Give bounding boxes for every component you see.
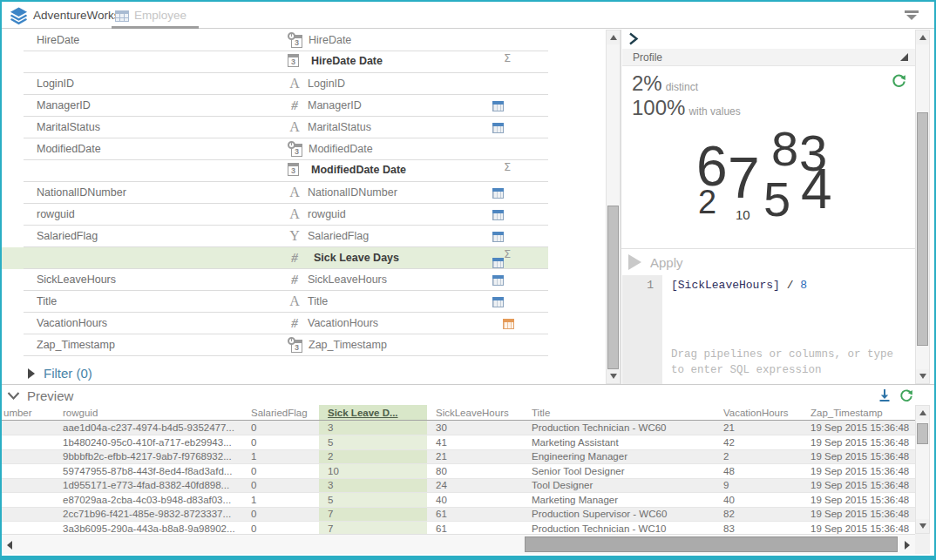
table-cell: 19 Sep 2015 15:36:48: [802, 478, 915, 493]
row-icons: [490, 226, 519, 247]
mapping-row[interactable]: ManagerID #ManagerID: [2, 95, 548, 117]
refresh-profile-icon[interactable]: [892, 73, 906, 91]
mapping-row[interactable]: LoginID ALoginID: [2, 73, 548, 95]
table-cell: Marketing Manager: [523, 493, 715, 508]
value-cloud-number: 10: [736, 208, 750, 221]
table-row[interactable]: 9bbbfb2c-efbb-4217-9ab7-f9768932...1221E…: [2, 449, 915, 464]
preview-column-header[interactable]: Zap_Timestamp: [802, 405, 915, 421]
table-row[interactable]: 3a3b6095-290a-443a-b8a8-9a98902...0761Pr…: [2, 522, 915, 535]
table-cell: 1b480240-95c0-410f-a717-eb29943...: [54, 435, 242, 450]
source-column-name: VacationHours: [37, 317, 107, 329]
table-row[interactable]: aae1d04a-c237-4974-b4d5-9352477...0330Pr…: [2, 421, 915, 435]
table-cell: 2cc71b96-f421-485e-9832-8723337...: [54, 507, 242, 522]
scroll-left-icon[interactable]: [3, 537, 17, 551]
profile-scrollbar[interactable]: [915, 30, 930, 384]
mapping-row[interactable]: SalariedFlag YSalariedFlag: [2, 226, 548, 247]
profile-header[interactable]: Profile: [622, 49, 915, 66]
profile-title: Profile: [633, 51, 662, 64]
table-cell: 5: [319, 493, 427, 508]
scroll-up-icon[interactable]: [916, 30, 929, 44]
table-row[interactable]: e87029aa-2cba-4c03-b948-d83af03...1540Ma…: [2, 493, 915, 508]
storage-table-icon: [492, 210, 504, 220]
scroll-up-icon[interactable]: [916, 406, 929, 420]
preview-column-header[interactable]: SickLeaveHours: [427, 405, 523, 421]
table-cell: 2: [715, 449, 802, 464]
table-cell: 21: [427, 449, 523, 464]
chevron-right-icon[interactable]: [628, 32, 639, 49]
row-icons: [490, 95, 519, 117]
scroll-up-icon[interactable]: [607, 30, 620, 44]
preview-column-header[interactable]: Sick Leave D...: [319, 405, 427, 421]
mapping-row[interactable]: NationalIDNumber ANationalIDNumber: [2, 182, 548, 204]
preview-column-header[interactable]: VacationHours: [715, 405, 802, 421]
table-cell: 80: [427, 464, 523, 479]
mapping-row[interactable]: Zap_Timestamp 3Zap_Timestamp: [2, 334, 548, 356]
mapping-scrollbar[interactable]: [606, 30, 621, 384]
row-icons: [490, 138, 519, 160]
table-cell: [2, 522, 54, 535]
scroll-right-icon[interactable]: [899, 537, 913, 551]
mapping-row[interactable]: MaritalStatus AMaritalStatus: [2, 117, 548, 138]
target-column-name: Sick Leave Days: [314, 252, 399, 264]
triangle-right-icon: [28, 368, 35, 379]
sigma-icon: Σ: [504, 247, 511, 260]
profile-panel: Profile 2%distinct 100%with values 67832…: [621, 30, 915, 384]
mapping-row[interactable]: Title ATitle: [2, 291, 548, 313]
scrollbar-thumb[interactable]: [917, 112, 928, 346]
preview-toggle[interactable]: Preview: [7, 388, 73, 403]
preview-table-body: aae1d04a-c237-4974-b4d5-9352477...0330Pr…: [2, 421, 915, 534]
corner-arrow-icon[interactable]: [900, 53, 908, 61]
mapping-row[interactable]: 3ModifiedDate Date Σ: [2, 160, 548, 182]
table-cell: 5: [319, 435, 427, 450]
app-logo-icon: [9, 6, 29, 30]
number-type-icon: #: [288, 98, 302, 113]
table-row[interactable]: 1b480240-95c0-410f-a717-eb29943...0541Ma…: [2, 435, 915, 450]
source-column-name: SickLeaveHours: [37, 273, 116, 286]
table-row[interactable]: 2cc71b96-f421-485e-9832-8723337...0761Pr…: [2, 507, 915, 522]
table-cell: Production Technician - WC60: [523, 421, 715, 435]
mapping-row[interactable]: rowguid Arowguid: [2, 204, 548, 226]
value-cloud-number: 7: [728, 149, 760, 206]
scrollbar-thumb[interactable]: [917, 423, 928, 444]
scroll-down-icon[interactable]: [916, 369, 929, 383]
mapping-row[interactable]: VacationHours #VacationHours: [2, 313, 548, 334]
table-row[interactable]: 1d955171-e773-4fad-8382-40fd898...0324To…: [2, 478, 915, 493]
scrollbar-thumb[interactable]: [607, 206, 619, 369]
download-icon[interactable]: [878, 388, 891, 406]
text-type-icon: A: [288, 206, 302, 222]
window-menu-icon[interactable]: [905, 10, 919, 21]
divider: [2, 384, 934, 385]
preview-horizontal-scrollbar[interactable]: [2, 534, 915, 554]
boolean-type-icon: Y: [288, 228, 302, 244]
tab-employee[interactable]: Employee: [112, 2, 199, 29]
scrollbar-thumb[interactable]: [525, 536, 898, 552]
table-cell: 0: [242, 507, 319, 522]
code-line[interactable]: [SickLeaveHours] / 8: [671, 279, 807, 292]
scroll-down-icon[interactable]: [916, 519, 929, 533]
table-row[interactable]: 59747955-87b8-443f-8ed4-f8ad3afd...01080…: [2, 464, 915, 479]
preview-column-header[interactable]: umber: [2, 405, 54, 421]
target-column-name: ModifiedDate Date: [311, 164, 406, 176]
mapping-row[interactable]: ModifiedDate 3ModifiedDate: [2, 138, 548, 160]
preview-column-header[interactable]: SalariedFlag: [242, 405, 319, 421]
filter-toggle[interactable]: Filter (0): [28, 366, 92, 381]
tab-label: Employee: [134, 9, 187, 22]
preview-vertical-scrollbar[interactable]: [915, 405, 930, 534]
source-column-name: ModifiedDate: [37, 143, 101, 155]
preview-column-header[interactable]: Title: [523, 405, 715, 421]
mapping-row[interactable]: SickLeaveHours #SickLeaveHours: [2, 269, 548, 291]
scroll-down-icon[interactable]: [607, 369, 620, 383]
value-cloud: 678321054: [621, 121, 916, 247]
preview-rows: aae1d04a-c237-4974-b4d5-9352477...0330Pr…: [2, 421, 915, 534]
mapping-row[interactable]: HireDate 3HireDate: [2, 30, 548, 51]
apply-button[interactable]: Apply: [628, 254, 683, 270]
preview-column-header[interactable]: rowguid: [54, 405, 242, 421]
row-icons: [490, 117, 519, 138]
mapping-row[interactable]: #Sick Leave Days Σ: [2, 247, 548, 269]
refresh-preview-icon[interactable]: [899, 388, 913, 406]
sql-expression-editor[interactable]: 1 [SickLeaveHours] / 8 Drag pipelines or…: [622, 275, 915, 384]
table-cell: 82: [715, 507, 802, 522]
mapping-row[interactable]: 3HireDate Date Σ: [2, 51, 548, 73]
row-icons: [490, 334, 519, 356]
sigma-icon: Σ: [504, 51, 511, 64]
